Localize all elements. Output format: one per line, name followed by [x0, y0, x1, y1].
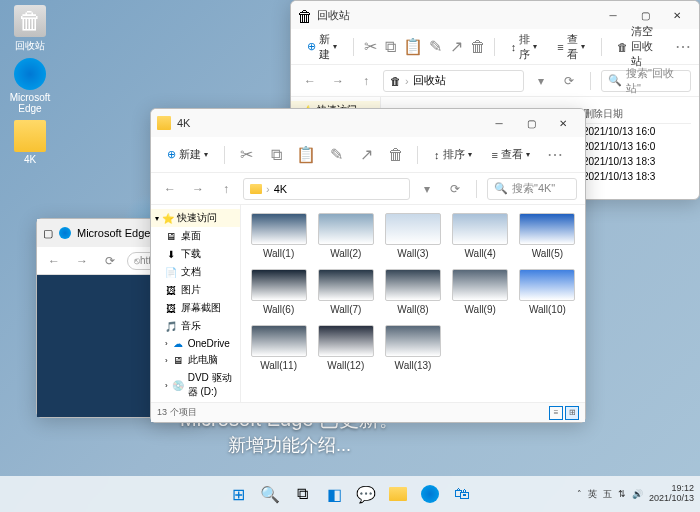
breadcrumb[interactable]: 🗑› 回收站 [383, 70, 524, 92]
file-thumbnail[interactable]: Wall(2) [316, 213, 375, 259]
refresh-button[interactable]: ⟳ [444, 178, 466, 200]
close-button[interactable]: ✕ [547, 109, 579, 137]
ime-indicator[interactable]: 英 [588, 488, 597, 501]
search-icon: 🔍 [608, 74, 622, 87]
file-thumbnail[interactable]: Wall(12) [316, 325, 375, 371]
file-thumbnail[interactable]: Wall(13) [383, 325, 442, 371]
search-input[interactable]: 🔍 搜索"回收站" [601, 70, 691, 92]
recycle-bin-icon: 🗑 [297, 8, 311, 22]
up-button[interactable]: ↑ [355, 70, 377, 92]
sidebar-item[interactable]: 🎵音乐 [151, 317, 240, 335]
ime-indicator[interactable]: 五 [603, 488, 612, 501]
breadcrumb[interactable]: › 4K [243, 178, 410, 200]
back-button[interactable]: ← [159, 178, 181, 200]
forward-button[interactable]: → [327, 70, 349, 92]
cut-icon[interactable]: ✂ [362, 34, 379, 60]
file-thumbnail[interactable]: Wall(9) [451, 269, 510, 315]
file-thumbnail[interactable]: Wall(7) [316, 269, 375, 315]
sidebar-quick-access[interactable]: ▾⭐快速访问 [151, 209, 240, 227]
edge-tab-icon [59, 227, 71, 239]
forward-button[interactable]: → [187, 178, 209, 200]
column-date[interactable]: 删除日期 [583, 107, 683, 121]
sort-button[interactable]: ↕ 排序▾ [503, 29, 546, 65]
statusbar: 13 个项目 ≡ ⊞ [151, 402, 585, 422]
edge-taskbar-icon[interactable] [416, 480, 444, 508]
file-thumbnail[interactable]: Wall(10) [518, 269, 577, 315]
details-view-icon[interactable]: ≡ [549, 406, 563, 420]
more-icon[interactable]: ⋯ [674, 34, 691, 60]
search-icon: 🔍 [494, 182, 508, 195]
clock[interactable]: 19:12 2021/10/13 [649, 484, 694, 504]
share-icon[interactable]: ↗ [353, 142, 379, 168]
file-thumbnail[interactable]: Wall(3) [383, 213, 442, 259]
window-title: 4K [177, 117, 483, 129]
file-thumbnail[interactable]: Wall(6) [249, 269, 308, 315]
view-button[interactable]: ≡ 查看▾ [549, 29, 592, 65]
more-icon[interactable]: ⋯ [542, 142, 568, 168]
square-icon[interactable]: ▢ [43, 227, 53, 240]
maximize-button[interactable]: ▢ [515, 109, 547, 137]
up-button[interactable]: ↑ [215, 178, 237, 200]
desktop-icon-label: 回收站 [5, 39, 55, 53]
chat-icon[interactable]: 💬 [352, 480, 380, 508]
tray-chevron-icon[interactable]: ˄ [577, 489, 582, 499]
cut-icon[interactable]: ✂ [233, 142, 259, 168]
sidebar-onedrive[interactable]: ›☁OneDrive [151, 335, 240, 351]
search-icon[interactable]: 🔍 [256, 480, 284, 508]
explorer-taskbar-icon[interactable] [384, 480, 412, 508]
network-icon[interactable]: ⇅ [618, 489, 626, 499]
sidebar-item[interactable]: 🖼图片 [151, 281, 240, 299]
rename-icon[interactable]: ✎ [323, 142, 349, 168]
folder-icon [157, 116, 171, 130]
file-thumbnail[interactable]: Wall(4) [451, 213, 510, 259]
share-icon[interactable]: ↗ [448, 34, 465, 60]
view-button[interactable]: ≡ 查看▾ [484, 144, 538, 165]
file-thumbnail[interactable]: Wall(11) [249, 325, 308, 371]
refresh-button[interactable]: ⟳ [99, 250, 121, 272]
back-button[interactable]: ← [299, 70, 321, 92]
new-button[interactable]: ⊕新建▾ [159, 144, 216, 165]
titlebar[interactable]: 4K ─ ▢ ✕ [151, 109, 585, 137]
back-button[interactable]: ← [43, 250, 65, 272]
copy-icon[interactable]: ⧉ [263, 142, 289, 168]
file-thumbnail[interactable]: Wall(1) [249, 213, 308, 259]
store-taskbar-icon[interactable]: 🛍 [448, 480, 476, 508]
edge-tab-title[interactable]: Microsoft Edge [77, 227, 150, 239]
paste-icon[interactable]: 📋 [403, 34, 423, 60]
paste-icon[interactable]: 📋 [293, 142, 319, 168]
widgets-icon[interactable]: ◧ [320, 480, 348, 508]
file-thumbnail[interactable]: Wall(5) [518, 213, 577, 259]
system-tray[interactable]: ˄ 英 五 ⇅ 🔊 19:12 2021/10/13 [577, 484, 694, 504]
refresh-button[interactable]: ⟳ [558, 70, 580, 92]
sidebar-thispc[interactable]: ›🖥此电脑 [151, 351, 240, 369]
forward-button[interactable]: → [71, 250, 93, 272]
thumbs-view-icon[interactable]: ⊞ [565, 406, 579, 420]
sidebar-dvd[interactable]: ›💿DVD 驱动器 (D:) [151, 369, 240, 401]
file-thumbnail[interactable]: Wall(8) [383, 269, 442, 315]
sidebar-item[interactable]: 🖼屏幕截图 [151, 299, 240, 317]
dropdown-button[interactable]: ▾ [416, 178, 438, 200]
empty-recycle-button[interactable]: 🗑 清空回收站 [609, 21, 670, 72]
sidebar-item[interactable]: 🖥桌面 [151, 227, 240, 245]
file-grid: Wall(1)Wall(2)Wall(3)Wall(4)Wall(5)Wall(… [241, 205, 585, 422]
desktop-icon-edge[interactable]: Microsoft Edge [5, 58, 55, 114]
sidebar-item[interactable]: ⬇下载 [151, 245, 240, 263]
desktop-icon-recycle-bin[interactable]: 🗑 回收站 [5, 5, 55, 53]
minimize-button[interactable]: ─ [483, 109, 515, 137]
dropdown-button[interactable]: ▾ [530, 70, 552, 92]
volume-icon[interactable]: 🔊 [632, 489, 643, 499]
plus-icon: ⊕ [307, 40, 316, 53]
delete-icon[interactable]: 🗑 [469, 34, 486, 60]
desktop-icon-4k-folder[interactable]: 4K [5, 120, 55, 165]
delete-icon[interactable]: 🗑 [383, 142, 409, 168]
sort-button[interactable]: ↕ 排序▾ [426, 144, 480, 165]
copy-icon[interactable]: ⧉ [383, 34, 400, 60]
item-count: 13 个项目 [157, 406, 197, 419]
explorer-4k-window[interactable]: 4K ─ ▢ ✕ ⊕新建▾ ✂ ⧉ 📋 ✎ ↗ 🗑 ↕ 排序▾ ≡ 查看▾ ⋯ … [150, 108, 586, 423]
new-button[interactable]: ⊕新建▾ [299, 29, 345, 65]
search-input[interactable]: 🔍 搜索"4K" [487, 178, 577, 200]
sidebar-item[interactable]: 📄文档 [151, 263, 240, 281]
start-button[interactable]: ⊞ [224, 480, 252, 508]
taskview-icon[interactable]: ⧉ [288, 480, 316, 508]
rename-icon[interactable]: ✎ [427, 34, 444, 60]
